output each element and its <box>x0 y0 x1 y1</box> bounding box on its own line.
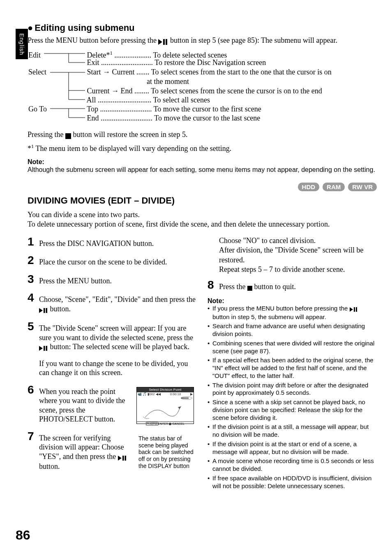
step7-text: The screen for verifying division will a… <box>39 433 135 471</box>
section2-intro: You can divide a scene into two parts. T… <box>28 210 377 229</box>
step5-extra: If you want to change the scene to be di… <box>39 359 188 377</box>
svg-rect-23 <box>122 456 124 461</box>
step6-figure: Select Division Point 📹 🎵 ▮002 ◀◀ 0:00:1… <box>136 387 196 424</box>
note-item-2: Combining scenes that were divided will … <box>208 340 376 355</box>
svg-rect-19 <box>46 346 48 351</box>
tree-select-root: Select <box>28 67 85 77</box>
svg-marker-17 <box>39 346 43 351</box>
play-pause-icon <box>39 305 48 315</box>
svg-rect-15 <box>44 308 45 313</box>
step-num-1: 1 <box>28 236 37 248</box>
note-item-7: If the division point is at the start or… <box>208 440 376 456</box>
step-body-8: Press the button to quit. <box>219 279 296 292</box>
section1-after-tree: Pressing the button will restore the scr… <box>28 130 377 140</box>
tree-goto-item0-label: Top <box>87 105 98 113</box>
tree-dots: ............................. <box>98 96 152 104</box>
intro-part2: button in step 5 (see page 85): The subm… <box>170 36 337 44</box>
step-body-2: Place the cursor on the scene to be divi… <box>39 255 167 267</box>
note-item-3: If a special effect has been added to th… <box>208 357 376 380</box>
right-top-block: Choose "NO" to cancel division. After di… <box>219 236 376 275</box>
step-body-6: When you reach the point where you want … <box>39 384 196 424</box>
note-item-8: A movie scene whose recording time is 0.… <box>208 457 376 473</box>
right-top-line1: After division, the "Divide Scene" scree… <box>219 246 376 265</box>
tree-dots: ............................ <box>101 114 152 122</box>
svg-marker-22 <box>118 456 122 461</box>
svg-rect-13 <box>65 133 71 139</box>
play-pause-icon <box>350 306 358 313</box>
svg-rect-1 <box>163 39 165 45</box>
svg-rect-21 <box>181 397 189 398</box>
note-item-0: If you press the MENU button before pres… <box>208 305 376 321</box>
play-pause-icon <box>39 343 48 352</box>
badge-row: HDD RAM RW VR <box>28 183 377 191</box>
stop-icon <box>65 131 71 140</box>
tree-goto-item1-desc: To move the cursor to the last scene <box>154 114 260 122</box>
figure-box: Select Division Point 📹 🎵 ▮002 ◀◀ 0:00:1… <box>136 387 194 424</box>
stop-icon <box>247 283 252 292</box>
note-heading: Note: <box>28 158 377 166</box>
figure-timecode: 0:00:18 <box>170 392 181 396</box>
tree-select-item0-desc-l1: To select scenes from the start to the o… <box>151 68 332 76</box>
badge-hdd: HDD <box>298 183 320 191</box>
svg-marker-14 <box>39 308 43 313</box>
section1-heading-text: Editing using submenu <box>35 23 134 33</box>
right-top-line2: Repeat steps 5 – 7 to divide another sce… <box>219 265 376 274</box>
svg-rect-24 <box>125 456 126 461</box>
two-col-layout: 1 Press the DISC NAVIGATION button. 2 Pl… <box>28 236 377 492</box>
note-item-6: If the division point is at a still, a m… <box>208 423 376 439</box>
language-tab: English <box>16 29 28 59</box>
step-3: 3 Press the MENU button. <box>28 273 196 286</box>
tree-goto-item1-label: End <box>87 114 99 122</box>
bar-icon <box>180 396 193 401</box>
step-body-5: The "Divide Scene" screen will appear: I… <box>39 321 196 378</box>
tree-dots: ............................ <box>100 105 152 113</box>
svg-marker-26 <box>350 307 353 312</box>
play-pause-icon <box>118 453 127 462</box>
svg-rect-25 <box>247 286 252 291</box>
right-column: Choose "NO" to cancel division. After di… <box>208 236 376 492</box>
step-num-4: 4 <box>28 292 37 303</box>
svg-rect-18 <box>44 346 45 351</box>
tree-goto-root: Go To <box>28 104 85 114</box>
step-body-4: Choose, "Scene", "Edit", "Divide" and th… <box>39 292 196 314</box>
figure-caption: The status bar of scene being played bac… <box>138 435 196 470</box>
play-pause-icon <box>158 37 168 46</box>
svg-rect-2 <box>166 39 167 45</box>
note-item-4: The division point may drift before or a… <box>208 382 376 397</box>
step-body-3: Press the MENU button. <box>39 273 112 286</box>
step-7: 7 The screen for verifying division will… <box>28 431 196 471</box>
tree-edit-item1-desc: To restore the Disc Navigation screen <box>154 58 266 67</box>
note-body: Although the submenu screen will appear … <box>28 166 377 174</box>
step-num-5: 5 <box>28 321 37 332</box>
after-tree-part2: button will restore the screen in step 5… <box>73 130 188 139</box>
step-body-1: Press the DISC NAVIGATION button. <box>39 236 154 248</box>
figure-left-icons: 📹 🎵 ▮002 ◀◀ <box>138 392 161 396</box>
step-num-7: 7 <box>28 431 37 442</box>
svg-rect-27 <box>354 307 355 312</box>
page-content: Editing using submenu Press the MENU but… <box>28 23 377 491</box>
right-top-line0: Choose "NO" to cancel division. <box>219 236 376 246</box>
figure-title: Select Division Point <box>137 387 194 392</box>
step-num-8: 8 <box>208 279 217 291</box>
tree-dots: ....... <box>136 68 150 76</box>
svg-rect-16 <box>46 308 48 313</box>
tree-select-item2-label: All <box>87 96 96 104</box>
badge-ram: RAM <box>323 183 345 191</box>
note-item-9: If free space available on HDD/DVD is in… <box>208 475 376 490</box>
menu-tree: Edit Delete*1 .................... To de… <box>28 49 377 118</box>
step-num-2: 2 <box>28 255 37 266</box>
intro-part1: Press the MENU button before pressing th… <box>28 36 158 44</box>
step-2: 2 Place the cursor on the scene to be di… <box>28 255 196 267</box>
tree-select-item2-desc: To select all scenes <box>153 96 210 104</box>
svg-marker-0 <box>158 39 162 45</box>
section1-footnote: *1 The menu item to be displayed will va… <box>28 143 377 153</box>
right-notes-list: If you press the MENU button before pres… <box>208 305 376 490</box>
step-num-6: 6 <box>28 384 37 396</box>
left-column: 1 Press the DISC NAVIGATION button. 2 Pl… <box>28 236 196 492</box>
step-1: 1 Press the DISC NAVIGATION button. <box>28 236 196 248</box>
section2-heading: DIVIDING MOVIES (EDIT – DIVIDE) <box>28 195 377 206</box>
tree-dots: ........ <box>134 87 149 95</box>
step-body-7: The screen for verifying division will a… <box>39 431 196 471</box>
tree-select-item1-desc: To select scenes from the scene the curs… <box>151 87 322 95</box>
svg-rect-28 <box>356 307 357 312</box>
